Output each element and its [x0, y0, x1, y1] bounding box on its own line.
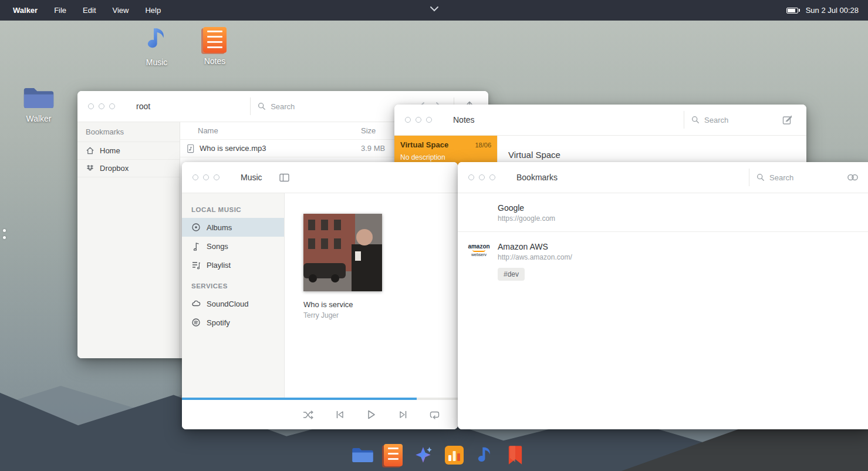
sidebar-item-soundcloud[interactable]: SoundCloud — [182, 294, 284, 313]
menu-help[interactable]: Help — [145, 6, 161, 15]
bookmark-item[interactable]: Google https://google.com — [458, 193, 868, 232]
bookmarks-list: Google https://google.com amazon webserv… — [458, 193, 868, 429]
search-placeholder: Search — [271, 102, 295, 111]
folder-icon — [23, 86, 55, 110]
sidebar-item-albums[interactable]: Albums — [182, 218, 284, 237]
file-size: 3.9 MB — [361, 144, 385, 153]
notes-titlebar[interactable]: Notes Search — [394, 105, 806, 136]
window-control[interactable] — [109, 103, 115, 109]
menu-view[interactable]: View — [113, 6, 129, 15]
bookmark-tag[interactable]: #dev — [498, 268, 525, 281]
now-playing-artist: Terry Juger — [303, 311, 339, 319]
sidebar-item-label: Albums — [207, 223, 232, 232]
notes-search-input[interactable]: Search — [691, 116, 779, 125]
next-button[interactable] — [396, 407, 411, 422]
section-header: LOCAL MUSIC — [182, 198, 284, 218]
bookmark-item[interactable]: amazon webserv Amazon AWS http://aws.ama… — [458, 232, 868, 290]
dock-spark-icon[interactable] — [412, 441, 435, 469]
desktop-icon-label: Walker — [26, 114, 51, 123]
bookmark-url: https://google.com — [498, 214, 860, 223]
music-note-icon — [144, 25, 169, 54]
window-control[interactable] — [88, 103, 94, 109]
note-description: No description — [400, 153, 491, 162]
window-control[interactable] — [214, 174, 219, 180]
menu-edit[interactable]: Edit — [83, 6, 96, 15]
bookmarks-titlebar[interactable]: Bookmarks Search — [458, 162, 868, 193]
window-control[interactable] — [468, 174, 474, 180]
playback-progress-fill — [182, 398, 417, 400]
previous-button[interactable] — [332, 407, 347, 422]
files-search-input[interactable]: Search — [258, 102, 346, 111]
window-control[interactable] — [203, 174, 209, 180]
spotify-icon — [191, 318, 201, 327]
desktop-icon-notes[interactable]: Notes — [190, 27, 240, 66]
titlebar-divider — [684, 111, 684, 129]
playlist-icon — [191, 260, 201, 270]
search-placeholder: Search — [769, 173, 793, 182]
sidebar-item-label: Playlist — [207, 261, 231, 270]
note-date: 18/06 — [475, 142, 491, 149]
titlebar-divider — [250, 97, 251, 115]
search-icon — [756, 173, 765, 181]
chevron-down-icon[interactable] — [430, 6, 439, 12]
battery-icon — [786, 8, 800, 14]
play-button[interactable] — [364, 407, 379, 422]
notes-window-title: Notes — [453, 115, 475, 125]
music-sidebar: LOCAL MUSIC Albums Songs Playlist SERVIC… — [182, 193, 285, 398]
sidebar-item-playlist[interactable]: Playlist — [182, 255, 284, 274]
note-title: Virtual Space — [400, 140, 448, 149]
window-control[interactable] — [426, 117, 432, 123]
compose-note-button[interactable] — [779, 112, 796, 128]
transport-controls — [182, 400, 458, 429]
column-name[interactable]: Name — [198, 126, 218, 135]
sidebar-item-label: Dropbox — [100, 164, 129, 173]
sidebar-item-label: SoundCloud — [207, 300, 249, 308]
search-icon — [258, 102, 266, 110]
menu-bar: Walker File Edit View Help Sun 2 Jul 00:… — [0, 0, 868, 21]
shuffle-button[interactable] — [300, 407, 316, 422]
desktop-icon-label: Music — [146, 58, 168, 67]
now-playing-title: Who is service — [303, 300, 353, 309]
app-menu-title[interactable]: Walker — [13, 6, 38, 15]
dock-files-icon[interactable] — [351, 441, 374, 469]
window-control[interactable] — [489, 174, 495, 180]
dock — [351, 441, 527, 469]
dock-charts-icon[interactable] — [443, 441, 466, 469]
sidebar-toggle-icon[interactable] — [276, 169, 293, 186]
dock-music-icon[interactable] — [473, 441, 497, 469]
bookmarks-search-input[interactable]: Search — [756, 173, 845, 182]
music-window: Music LOCAL MUSIC Albums Songs — [182, 162, 458, 429]
playback-progress-bar[interactable] — [182, 398, 458, 400]
home-icon — [86, 146, 94, 155]
bookmarks-window: Bookmarks Search Google https://google.c… — [458, 162, 868, 429]
link-icon[interactable] — [845, 169, 861, 186]
search-icon — [691, 116, 700, 124]
sidebar-item-dropbox[interactable]: Dropbox — [77, 160, 180, 177]
workspace-indicator[interactable] — [3, 229, 6, 239]
sidebar-item-home[interactable]: Home — [77, 142, 180, 160]
bookmark-title: Amazon AWS — [498, 242, 860, 251]
window-control[interactable] — [192, 174, 198, 180]
search-placeholder: Search — [704, 116, 728, 125]
sidebar-item-songs[interactable]: Songs — [182, 237, 284, 255]
menu-file[interactable]: File — [54, 6, 66, 15]
sidebar-item-spotify[interactable]: Spotify — [182, 313, 284, 332]
song-note-icon — [191, 241, 201, 251]
column-size[interactable]: Size — [361, 126, 376, 135]
desktop-icon-music[interactable]: Music — [131, 25, 182, 67]
window-control[interactable] — [405, 117, 411, 123]
albums-icon — [191, 223, 201, 232]
files-sidebar: Bookmarks Home Dropbox — [77, 122, 180, 358]
window-control[interactable] — [416, 117, 421, 123]
music-window-title: Music — [241, 173, 262, 182]
desktop-icon-walker-folder[interactable]: Walker — [13, 86, 64, 123]
window-control[interactable] — [479, 174, 485, 180]
repeat-button[interactable] — [427, 407, 443, 422]
dock-bookmarks-icon[interactable] — [504, 441, 527, 469]
bookmark-title: Google — [498, 203, 860, 213]
dock-notes-icon[interactable] — [381, 441, 405, 469]
music-titlebar[interactable]: Music — [182, 162, 458, 193]
album-art[interactable] — [303, 214, 382, 291]
bookmark-url: http://aws.amazon.com/ — [498, 253, 860, 261]
window-control[interactable] — [99, 103, 104, 109]
